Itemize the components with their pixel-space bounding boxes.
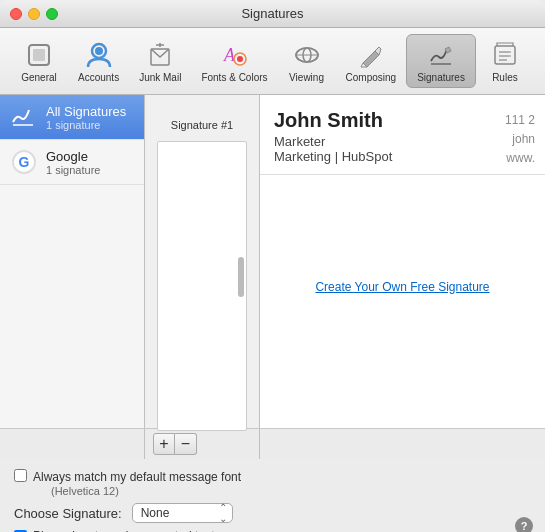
- accounts-label: Accounts: [78, 72, 119, 83]
- fonts-colors-icon: A: [218, 39, 250, 71]
- always-match-label: Always match my default message font: [33, 470, 241, 484]
- sig-wrapper: Signature #1: [145, 95, 259, 439]
- signatures-icon: [425, 39, 457, 71]
- rules-icon: [489, 39, 521, 71]
- maximize-button[interactable]: [46, 8, 58, 20]
- minimize-button[interactable]: [28, 8, 40, 20]
- signature-preview-inner: John Smith Marketer Marketing | HubSpot …: [260, 95, 545, 428]
- google-sublabel: 1 signature: [46, 164, 100, 176]
- google-icon: G: [10, 148, 38, 176]
- all-signatures-title: All Signatures: [46, 104, 126, 119]
- toolbar-item-signatures[interactable]: Signatures: [406, 34, 476, 88]
- help-button[interactable]: ?: [515, 517, 533, 532]
- toolbar-item-general[interactable]: General: [10, 35, 68, 87]
- left-panel: All Signatures 1 signature G Google 1 si…: [0, 95, 145, 428]
- svg-point-9: [237, 56, 243, 62]
- choose-sig-select[interactable]: None Signature #1: [132, 503, 233, 523]
- close-button[interactable]: [10, 8, 22, 20]
- all-signatures-icon: [10, 103, 38, 131]
- always-match-row: Always match my default message font (He…: [14, 467, 531, 497]
- mid-panel: Signature #1: [145, 95, 260, 428]
- sig-company: Marketing | HubSpot: [274, 149, 531, 164]
- toolbar: General Accounts Junk Mail A: [0, 28, 545, 95]
- title-bar: Signatures: [0, 0, 545, 28]
- svg-line-14: [361, 63, 363, 67]
- create-sig-link[interactable]: Create Your Own Free Signature: [299, 264, 505, 310]
- choose-sig-select-wrapper: None Signature #1 ⌃⌄: [132, 503, 233, 523]
- list-item-all-signatures[interactable]: All Signatures 1 signature: [0, 95, 144, 140]
- traffic-lights: [10, 8, 58, 20]
- signature-item[interactable]: [157, 141, 247, 431]
- sig-title: Marketer: [274, 134, 531, 149]
- scrollbar-thumb: [238, 257, 244, 297]
- composing-label: Composing: [346, 72, 397, 83]
- toolbar-item-fonts-colors[interactable]: A Fonts & Colors: [191, 35, 277, 87]
- accounts-icon: [83, 39, 115, 71]
- all-signatures-text: All Signatures 1 signature: [46, 104, 126, 131]
- signatures-label: Signatures: [417, 72, 465, 83]
- always-match-sublabel: (Helvetica 12): [33, 485, 241, 497]
- window-title: Signatures: [241, 6, 303, 21]
- sig-name: John Smith: [274, 109, 531, 132]
- toolbar-item-viewing[interactable]: Viewing: [278, 35, 336, 87]
- viewing-icon: [291, 39, 323, 71]
- contact-line3: www.: [506, 151, 535, 165]
- list-item-google[interactable]: G Google 1 signature: [0, 140, 144, 185]
- svg-rect-1: [33, 49, 45, 61]
- svg-point-3: [95, 47, 103, 55]
- google-text: Google 1 signature: [46, 149, 100, 176]
- general-icon: [23, 39, 55, 71]
- svg-rect-17: [495, 46, 515, 64]
- sig-contact: 111 2 john www.: [505, 111, 535, 169]
- general-label: General: [21, 72, 57, 83]
- google-g-letter: G: [12, 150, 36, 174]
- google-title: Google: [46, 149, 100, 164]
- all-signatures-sublabel: 1 signature: [46, 119, 126, 131]
- choose-sig-label: Choose Signature:: [14, 506, 122, 521]
- viewing-label: Viewing: [289, 72, 324, 83]
- composing-icon: [355, 39, 387, 71]
- always-match-checkbox[interactable]: [14, 469, 27, 482]
- choose-sig-row: Choose Signature: None Signature #1 ⌃⌄: [14, 503, 531, 523]
- junk-mail-icon: [144, 39, 176, 71]
- fonts-colors-label: Fonts & Colors: [201, 72, 267, 83]
- toolbar-item-accounts[interactable]: Accounts: [68, 35, 129, 87]
- rules-label: Rules: [492, 72, 518, 83]
- toolbar-item-junk-mail[interactable]: Junk Mail: [129, 35, 191, 87]
- contact-line1: 111 2: [505, 113, 535, 127]
- toolbar-item-rules[interactable]: Rules: [476, 35, 534, 87]
- contact-line2: john: [512, 132, 535, 146]
- signature-item-label: Signature #1: [157, 115, 247, 131]
- toolbar-item-composing[interactable]: Composing: [336, 35, 407, 87]
- right-panel: John Smith Marketer Marketing | HubSpot …: [260, 95, 545, 428]
- junk-mail-label: Junk Mail: [139, 72, 181, 83]
